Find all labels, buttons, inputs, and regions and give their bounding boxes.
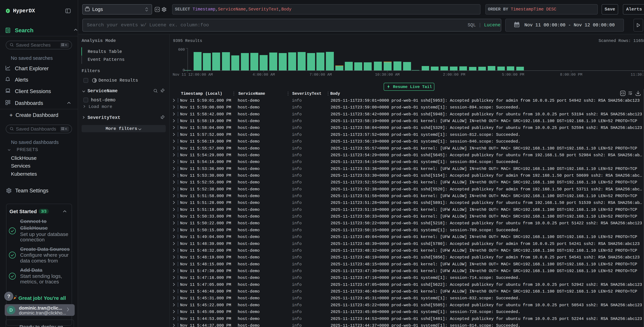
svg-text:K: K xyxy=(65,127,67,130)
svg-text:K: K xyxy=(65,44,67,46)
